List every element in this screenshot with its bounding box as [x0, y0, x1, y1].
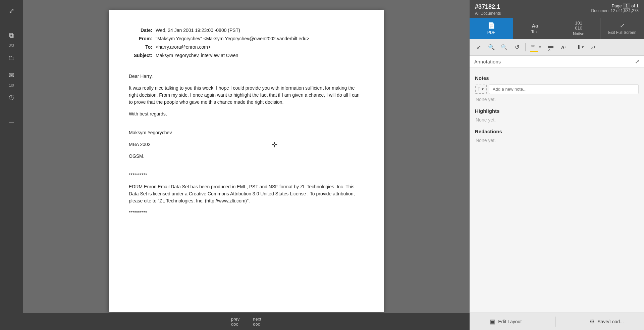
download-button[interactable]: ⬇▼	[575, 42, 586, 53]
page-info: Page 1 of 1	[591, 3, 639, 8]
fullscreen-tab-label: Exit Full Screen	[608, 30, 636, 35]
sidebar-folder-group: 🗀	[4, 50, 19, 65]
rotate-button[interactable]: ↺	[511, 42, 523, 53]
highlight-button[interactable]: ✏ ▼	[528, 41, 544, 53]
prev-doc-button[interactable]: prev doc	[231, 317, 239, 327]
redactions-section-title: Redactions	[475, 129, 639, 134]
document-scroll[interactable]: Date: Wed, 24 Jan 2001 19:23:00 -0800 (P…	[23, 0, 470, 313]
to-value: <harry.arora@enron.com>	[156, 44, 364, 51]
subject-label: Subject:	[129, 52, 152, 59]
text-style-button[interactable]: A↓	[558, 42, 569, 53]
annotations-expand-icon[interactable]: ⤢	[635, 58, 639, 65]
prev-label: prev	[231, 317, 239, 322]
save-load-icon: ⚙	[589, 318, 595, 325]
annotations-title: Annotations	[474, 59, 501, 64]
email-from-row: From: "Maksym Yegorychev" <Maksym.Yegory…	[129, 35, 364, 42]
view-tabs: 📄 PDF Aa Text 101010 Native ⤢ Exit Full …	[470, 18, 644, 39]
copy-icon[interactable]: ⧉	[4, 28, 19, 43]
redactions-none: None yet.	[476, 138, 639, 143]
notes-none: None yet.	[476, 97, 639, 102]
redact-button[interactable]: A	[545, 42, 556, 53]
notes-input-row: T ▼	[475, 84, 639, 94]
subject-value: Maksym Yegorychev, interview at Owen	[156, 52, 364, 59]
sidebar-copy-group: ⧉ 3/3	[4, 28, 19, 48]
stars-top: **********	[129, 172, 364, 179]
pdf-tab[interactable]: 📄 PDF	[470, 18, 513, 39]
folder-icon[interactable]: 🗀	[4, 50, 19, 65]
email-icon[interactable]: ✉	[4, 68, 19, 83]
save-load-button[interactable]: ⚙ Save/Load...	[583, 316, 631, 327]
toolbar-divider-2	[572, 43, 572, 51]
toolbar: ⤢ 🔍 🔍 ↺ ✏ ▼ A A↓ ⬇▼ ⇄	[470, 39, 644, 56]
expand-icon[interactable]: ⤢	[4, 3, 19, 18]
zoom-in-button[interactable]: 🔍	[486, 42, 497, 53]
copy-label: 3/3	[9, 43, 14, 48]
svg-text:✏: ✏	[531, 43, 535, 49]
date-label: Date:	[129, 27, 152, 34]
body-regards: With best regards,	[129, 110, 364, 117]
move-handle-icon[interactable]: ✛	[271, 139, 277, 150]
edit-layout-button[interactable]: ▣ Edit Layout	[483, 316, 528, 327]
note-type-button[interactable]: T ▼	[475, 85, 487, 94]
email-header: Date: Wed, 24 Jan 2001 19:23:00 -0800 (P…	[129, 27, 364, 59]
sidebar-email-group: ✉ 1|0	[4, 68, 19, 88]
share-button[interactable]: ⇄	[588, 42, 599, 53]
next-label: next	[253, 317, 261, 322]
prev-sub-label: doc	[231, 322, 238, 327]
notes-section-title: Notes	[475, 75, 639, 81]
highlights-section-title: Highlights	[475, 108, 639, 114]
text-tab[interactable]: Aa Text	[513, 18, 557, 39]
email-to-row: To: <harry.arora@enron.com>	[129, 44, 364, 51]
pdf-icon: 📄	[488, 22, 495, 29]
note-input-field[interactable]	[489, 84, 639, 94]
note-type-dropdown[interactable]: ▼	[481, 87, 484, 91]
text-tab-label: Text	[531, 30, 539, 34]
dash-icon[interactable]: —	[4, 115, 19, 130]
date-value: Wed, 24 Jan 2001 19:23:00 -0800 (PST)	[156, 27, 364, 34]
sidebar-divider-1	[5, 23, 18, 23]
fullscreen-tab[interactable]: ⤢ Exit Full Screen	[601, 18, 644, 39]
document-page: Date: Wed, 24 Jan 2001 19:23:00 -0800 (P…	[109, 10, 384, 312]
email-subject-row: Subject: Maksym Yegorychev, interview at…	[129, 52, 364, 59]
from-label: From:	[129, 35, 152, 42]
save-load-label: Save/Load...	[597, 319, 624, 324]
fit-button[interactable]: ⤢	[473, 42, 484, 53]
native-tab-label: Native	[573, 32, 584, 36]
text-icon: Aa	[532, 23, 538, 29]
signature-ogsm: OGSM.	[129, 153, 364, 160]
edit-layout-icon: ▣	[490, 318, 495, 325]
history-icon[interactable]: ⏱	[4, 90, 19, 105]
annotations-bar: Annotations ⤢	[470, 56, 644, 68]
signature-name: Maksym Yegorychev	[129, 129, 364, 136]
to-label: To:	[129, 44, 152, 51]
zoom-out-button[interactable]: 🔍	[498, 42, 510, 53]
sidebar: ⤢ ⧉ 3/3 🗀 ✉ 1|0 ⏱ —	[0, 0, 23, 330]
toolbar-divider-1	[525, 43, 526, 51]
right-panel: #37182.1 All Documents Page 1 of 1 Docum…	[470, 0, 644, 330]
doc-id: #37182.1	[475, 3, 501, 10]
page-total: 1	[636, 3, 639, 8]
body-greeting: Dear Harry,	[129, 73, 364, 80]
sidebar-expand-group: ⤢	[4, 3, 19, 18]
page-label: Page	[611, 3, 622, 8]
fullscreen-icon: ⤢	[620, 22, 625, 29]
next-sub-label: doc	[253, 322, 260, 327]
sidebar-dash-group: —	[4, 115, 19, 130]
all-docs-label: All Documents	[475, 11, 501, 16]
highlight-icon: ✏	[530, 42, 538, 52]
signature-mba: MBA 2002	[129, 141, 364, 148]
email-label: 1|0	[9, 83, 14, 88]
pdf-tab-label: PDF	[487, 30, 495, 35]
highlights-none: None yet.	[476, 117, 639, 123]
bottom-bar-divider	[555, 317, 556, 327]
document-footer: prev doc next doc	[23, 313, 470, 330]
edit-layout-label: Edit Layout	[498, 319, 522, 324]
from-value: "Maksym Yegorychev" <Maksym.Yegorychev@o…	[156, 35, 364, 42]
right-panel-header: #37182.1 All Documents Page 1 of 1 Docum…	[470, 0, 644, 18]
native-tab[interactable]: 101010 Native	[557, 18, 601, 39]
right-panel-bottom-bar: ▣ Edit Layout ⚙ Save/Load...	[470, 313, 644, 330]
footer-text: EDRM Enron Email Data Set has been produ…	[129, 183, 364, 204]
highlight-dropdown-icon[interactable]: ▼	[538, 45, 542, 49]
next-doc-button[interactable]: next doc	[253, 317, 261, 327]
native-icon: 101010	[575, 20, 582, 31]
